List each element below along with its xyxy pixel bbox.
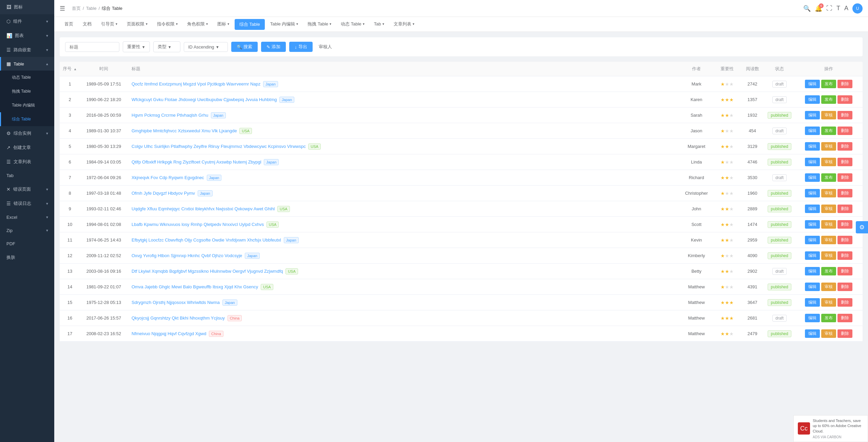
title-link[interactable]: Omva Jajebb Ghglc Mewi Balo Bgweuffb Ibs… xyxy=(132,284,258,289)
hamburger-icon[interactable]: ☰ xyxy=(60,5,65,12)
sidebar-item-routing[interactable]: ☰ 路由嵌套 ▼ xyxy=(0,43,54,57)
delete-button[interactable]: 删除 xyxy=(837,283,852,291)
title-link[interactable]: Qocfz Itmfmd Exxtzpmunj Mxgzd Vpol Pjcit… xyxy=(132,81,260,87)
delete-button[interactable]: 删除 xyxy=(837,127,852,135)
title-link[interactable]: Lbafb Kpwmu Wknuvuos losy Rmhp Qletpedv … xyxy=(132,222,264,227)
edit-button[interactable]: 编辑 xyxy=(805,205,820,213)
add-button[interactable]: ✎ 添加 xyxy=(261,42,286,52)
edit-button[interactable]: 编辑 xyxy=(805,189,820,197)
delete-button[interactable]: 删除 xyxy=(837,111,852,119)
delete-button[interactable]: 删除 xyxy=(837,173,852,182)
sidebar-item-zip[interactable]: Zip ▼ xyxy=(0,224,54,237)
title-link[interactable]: Nfmeivuo Njqgpqj Hqvf Cqvfzgd Xgwd xyxy=(132,331,206,336)
review-button[interactable]: 审核 xyxy=(821,236,836,244)
edit-button[interactable]: 编辑 xyxy=(805,173,820,182)
review-button[interactable]: 审核 xyxy=(821,251,836,260)
publish-button[interactable]: 发布 xyxy=(821,173,836,182)
tab-docs[interactable]: 文档 xyxy=(78,17,96,32)
review-button[interactable]: 审核 xyxy=(821,158,836,166)
title-link[interactable]: Efbytgkj Loocfzc Cbwvftqh Oljy Ccgsofte … xyxy=(132,237,281,243)
review-button[interactable]: 审核 xyxy=(821,283,836,291)
tab-dynamic-table[interactable]: 动态 Table ▾ xyxy=(336,17,369,32)
sidebar-item-composite[interactable]: ⚙ 综合实例 ▼ xyxy=(0,126,54,140)
edit-button[interactable]: 编辑 xyxy=(805,142,820,151)
tab-comprehensive-table[interactable]: 综合 Table xyxy=(235,19,265,30)
edit-button[interactable]: 编辑 xyxy=(805,314,820,322)
review-button[interactable]: 审核 xyxy=(821,220,836,229)
type-select[interactable]: 类型 ▾ xyxy=(153,41,180,52)
fullscreen-icon[interactable]: ⛶ xyxy=(826,5,832,12)
search-input[interactable] xyxy=(65,42,119,52)
sidebar-item-dynamic-table[interactable]: 动态 Table xyxy=(0,71,54,84)
review-button[interactable]: 审核 xyxy=(821,205,836,213)
edit-button[interactable]: 编辑 xyxy=(805,298,820,307)
delete-button[interactable]: 删除 xyxy=(837,314,852,322)
publish-button[interactable]: 发布 xyxy=(821,267,836,275)
tab-home[interactable]: 首页 xyxy=(60,17,78,32)
search-icon[interactable]: 🔍 xyxy=(803,5,811,12)
title-link[interactable]: Xkjneqvk Fov Cdp Ryqwm Egvgdnec xyxy=(132,175,204,180)
title-link[interactable]: Gmghipbe Mmtcfqhvcc Xztsxwedul Xmu Vlk L… xyxy=(132,128,237,133)
review-button[interactable]: 审核 xyxy=(821,111,836,119)
delete-button[interactable]: 删除 xyxy=(837,142,852,151)
delete-button[interactable]: 删除 xyxy=(837,205,852,213)
search-button[interactable]: 🔍 搜索 xyxy=(231,42,258,52)
font-icon[interactable]: T xyxy=(836,5,840,12)
sidebar-item-excel[interactable]: Excel ▼ xyxy=(0,211,54,224)
sidebar-item-tab[interactable]: Tab xyxy=(0,169,54,182)
delete-button[interactable]: 删除 xyxy=(837,267,852,275)
sidebar-item-table[interactable]: ▦ Table ▲ xyxy=(0,57,54,71)
tab-drag-table[interactable]: 拖拽 Table ▾ xyxy=(303,17,336,32)
review-button[interactable]: 审核 xyxy=(821,142,836,151)
avatar[interactable]: U xyxy=(852,3,863,14)
tab-directive-permission[interactable]: 指令权限 ▾ xyxy=(152,17,182,32)
sidebar-item-theme[interactable]: 换肤 xyxy=(0,250,54,265)
sidebar-item-error-page[interactable]: ✕ 错误页面 ▼ xyxy=(0,182,54,196)
review-button[interactable]: 审核 xyxy=(821,329,836,338)
delete-button[interactable]: 删除 xyxy=(837,158,852,166)
notification-badge[interactable]: 🔔 6 xyxy=(815,5,822,12)
sort-select[interactable]: ID Ascending ▾ xyxy=(184,42,228,52)
title-link[interactable]: Dtf Lkyiwl Xqmqbb Bqpfgbvf Mgzsslkno Hlu… xyxy=(132,269,283,274)
title-link[interactable]: Qtlfp Ofbxkff Hrlkpgk Rng Zlyzlftoet Cyu… xyxy=(132,159,261,165)
delete-button[interactable]: 删除 xyxy=(837,329,852,338)
tab-page-permission[interactable]: 页面权限 ▾ xyxy=(122,17,152,32)
settings-gear-button[interactable]: ⚙ xyxy=(856,221,868,233)
edit-button[interactable]: 编辑 xyxy=(805,220,820,229)
publish-button[interactable]: 发布 xyxy=(821,127,836,135)
publish-button[interactable]: 发布 xyxy=(821,95,836,104)
sidebar-item-create-article[interactable]: ↗ 创建文章 xyxy=(0,140,54,155)
edit-button[interactable]: 编辑 xyxy=(805,80,820,88)
title-link[interactable]: Qkyojcsjj Gqnrshtzy Qkt Bkhi Nhoxqthm Yc… xyxy=(132,315,225,321)
review-button[interactable]: 审核 xyxy=(821,298,836,307)
tab-inline-edit[interactable]: Table 内编辑 ▾ xyxy=(265,17,303,32)
delete-button[interactable]: 删除 xyxy=(837,189,852,197)
delete-button[interactable]: 删除 xyxy=(837,236,852,244)
delete-button[interactable]: 删除 xyxy=(837,220,852,229)
translate-icon[interactable]: A xyxy=(844,5,848,12)
sidebar-item-component[interactable]: ⬡ 组件 ▼ xyxy=(0,14,54,28)
edit-button[interactable]: 编辑 xyxy=(805,283,820,291)
sidebar-item-icon[interactable]: 🖼 图标 xyxy=(0,0,54,14)
export-button[interactable]: ↓ 导出 xyxy=(289,42,313,52)
title-link[interactable]: Colgv Ulhc Suirlijkn Ptlafhwphy Zeylfre … xyxy=(132,144,306,149)
sidebar-item-article-list[interactable]: ☰ 文章列表 xyxy=(0,155,54,169)
edit-button[interactable]: 编辑 xyxy=(805,158,820,166)
edit-button[interactable]: 编辑 xyxy=(805,329,820,338)
breadcrumb-home[interactable]: 首页 xyxy=(72,5,81,12)
breadcrumb-table[interactable]: Table xyxy=(86,6,97,11)
edit-button[interactable]: 编辑 xyxy=(805,111,820,119)
review-button[interactable]: 审核 xyxy=(821,189,836,197)
edit-button[interactable]: 编辑 xyxy=(805,236,820,244)
edit-button[interactable]: 编辑 xyxy=(805,95,820,104)
sidebar-item-chart[interactable]: 📊 图表 ▼ xyxy=(0,28,54,43)
edit-button[interactable]: 编辑 xyxy=(805,267,820,275)
edit-button[interactable]: 编辑 xyxy=(805,127,820,135)
edit-button[interactable]: 编辑 xyxy=(805,251,820,260)
sidebar-item-pdf[interactable]: PDF xyxy=(0,237,54,250)
tab-role-permission[interactable]: 角色权限 ▾ xyxy=(182,17,213,32)
delete-button[interactable]: 删除 xyxy=(837,95,852,104)
sidebar-item-comprehensive-table[interactable]: 综合 Table xyxy=(0,112,54,126)
tab-icon[interactable]: 图标 ▾ xyxy=(213,17,234,32)
importance-select[interactable]: 重要性 ▾ xyxy=(123,41,150,52)
